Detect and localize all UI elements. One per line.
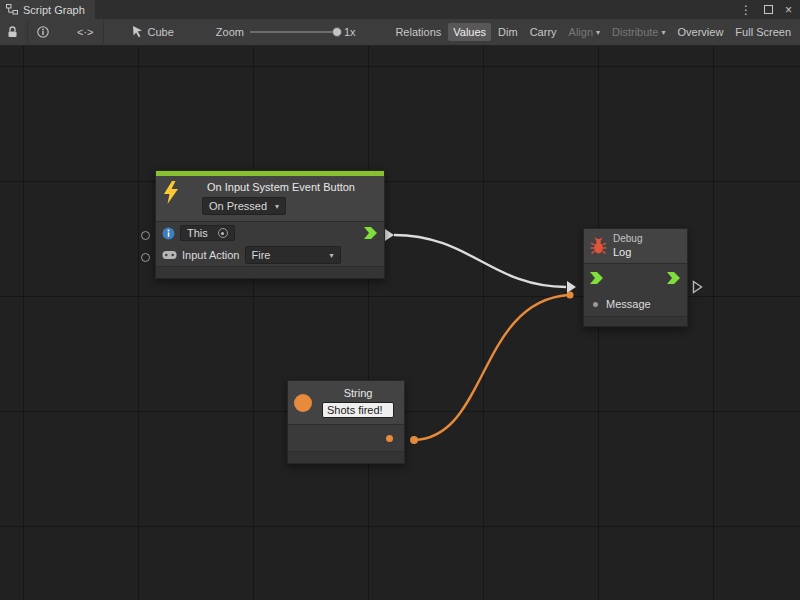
- toolbar-buttons: Relations Values Dim Carry Align ▾ Distr…: [390, 23, 800, 41]
- maximize-icon[interactable]: [764, 5, 773, 14]
- node-footer: [156, 266, 384, 278]
- debug-titles: Debug Log: [613, 233, 642, 259]
- string-type-icon: [294, 394, 312, 412]
- node-on-input-system-event-button[interactable]: On Input System Event Button On Pressed …: [155, 170, 385, 279]
- inspect-code-button[interactable]: <·>: [70, 19, 101, 46]
- node-title: String: [344, 387, 373, 399]
- dim-button[interactable]: Dim: [493, 23, 523, 41]
- titlebar: Script Graph ⋮ ×: [0, 0, 800, 19]
- flow-input-port[interactable]: [590, 272, 604, 284]
- input-action-value: Fire: [252, 249, 271, 261]
- zoom-value: 1x: [344, 26, 356, 38]
- info-button[interactable]: [30, 19, 56, 46]
- value-wire[interactable]: [414, 295, 568, 440]
- info-icon: [162, 227, 175, 240]
- event-mode-dropdown[interactable]: On Pressed ▾: [202, 197, 286, 215]
- message-input-port[interactable]: [593, 302, 598, 307]
- string-node-header: String: [288, 381, 404, 424]
- graph-canvas[interactable]: On Input System Event Button On Pressed …: [0, 46, 800, 600]
- fullscreen-button[interactable]: Full Screen: [730, 23, 796, 41]
- lightning-icon: [162, 181, 180, 205]
- graph-toolbar: <·> Cube Zoom 1x Relations Values Dim: [0, 19, 800, 46]
- zoom-slider-thumb[interactable]: [332, 27, 342, 37]
- control-wire[interactable]: [394, 235, 566, 287]
- code-icon: <·>: [77, 26, 94, 38]
- fullscreen-label: Full Screen: [735, 26, 791, 38]
- object-picker-icon[interactable]: [218, 228, 228, 238]
- graph-icon: [6, 4, 18, 15]
- event-this-port[interactable]: [141, 231, 150, 240]
- dim-label: Dim: [498, 26, 518, 38]
- zoom-slider[interactable]: [250, 31, 338, 33]
- debug-flow-row: [584, 264, 687, 292]
- event-mode-value: On Pressed: [209, 200, 267, 212]
- distribute-button[interactable]: Distribute ▾: [607, 23, 670, 41]
- input-action-dropdown[interactable]: Fire ▾: [245, 246, 341, 264]
- info-icon: [37, 26, 49, 38]
- overview-button[interactable]: Overview: [673, 23, 729, 41]
- relations-button[interactable]: Relations: [390, 23, 446, 41]
- overview-label: Overview: [678, 26, 724, 38]
- window-menu-icon[interactable]: ⋮: [740, 3, 752, 17]
- input-action-label: Input Action: [182, 249, 240, 261]
- node-group: Debug: [613, 233, 642, 246]
- this-label: This: [187, 227, 208, 239]
- values-label: Values: [453, 26, 486, 38]
- relations-label: Relations: [395, 26, 441, 38]
- zoom-label: Zoom: [216, 26, 244, 38]
- node-title: Log: [613, 246, 642, 260]
- input-action-row: Input Action Fire ▾: [156, 244, 384, 266]
- wire-end-arrow-icon: [567, 281, 576, 293]
- event-node-header: On Input System Event Button On Pressed …: [156, 176, 384, 221]
- debug-node-header: Debug Log: [584, 229, 687, 263]
- tab-title: Script Graph: [23, 4, 85, 16]
- flow-output-port[interactable]: [667, 272, 681, 284]
- this-row: This: [156, 222, 384, 244]
- target-label: Cube: [148, 26, 174, 38]
- node-footer: [288, 451, 404, 463]
- event-action-port[interactable]: [141, 253, 150, 262]
- node-footer: [584, 316, 687, 326]
- message-row: Message: [584, 292, 687, 316]
- node-string-literal[interactable]: String: [287, 380, 405, 464]
- zoom-control: Zoom 1x: [216, 26, 356, 38]
- node-debug-log[interactable]: Debug Log Message: [583, 228, 688, 327]
- lock-icon: [7, 26, 18, 38]
- cursor-icon: [132, 26, 143, 38]
- window-controls: ⋮ ×: [740, 0, 800, 19]
- string-output-row: [288, 425, 404, 451]
- message-label: Message: [606, 298, 651, 310]
- graph-target[interactable]: Cube: [132, 26, 174, 38]
- carry-label: Carry: [530, 26, 557, 38]
- node-title: On Input System Event Button: [184, 181, 378, 193]
- toolbar-separator: [103, 19, 104, 46]
- align-label: Align: [569, 26, 593, 38]
- gamepad-icon: [162, 250, 177, 260]
- chevron-down-icon: ▾: [275, 202, 279, 211]
- value-wire-start-dot: [410, 436, 418, 444]
- flow-continue-icon: [692, 280, 703, 294]
- wire-start-arrow-icon: [385, 229, 394, 241]
- chevron-down-icon: ▾: [329, 251, 333, 260]
- toolbar-separator: [27, 19, 28, 46]
- distribute-label: Distribute: [612, 26, 658, 38]
- align-button[interactable]: Align ▾: [564, 23, 605, 41]
- values-button[interactable]: Values: [448, 23, 491, 41]
- string-output-port[interactable]: [386, 435, 393, 442]
- chevron-down-icon: ▾: [662, 28, 666, 37]
- string-value-input[interactable]: [322, 402, 394, 418]
- lock-button[interactable]: [0, 19, 25, 46]
- bug-icon: [590, 237, 607, 255]
- this-object-field[interactable]: This: [180, 225, 235, 241]
- event-header-main: On Input System Event Button On Pressed …: [184, 181, 378, 215]
- flow-output-port[interactable]: [364, 227, 378, 239]
- value-wire-end-dot: [567, 292, 574, 299]
- carry-button[interactable]: Carry: [525, 23, 562, 41]
- close-icon[interactable]: ×: [785, 3, 792, 17]
- chevron-down-icon: ▾: [596, 28, 600, 37]
- string-main: String: [318, 387, 398, 418]
- script-graph-window: Script Graph ⋮ × <·>: [0, 0, 800, 600]
- tab-script-graph[interactable]: Script Graph: [0, 0, 95, 19]
